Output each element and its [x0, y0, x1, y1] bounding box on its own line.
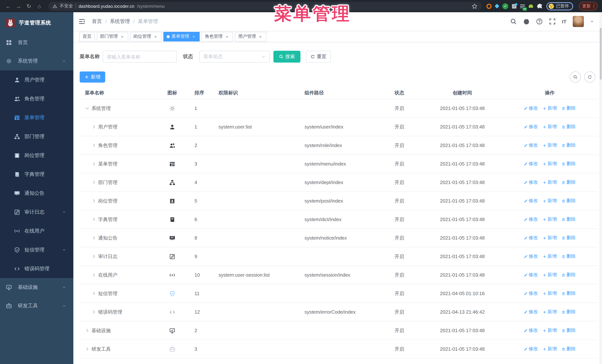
row-action-delete[interactable]: 删除: [562, 216, 576, 223]
reset-button[interactable]: 重置: [306, 51, 331, 62]
row-action-delete[interactable]: 删除: [562, 253, 576, 260]
expand-caret-right-icon[interactable]: [92, 291, 96, 296]
add-button[interactable]: 新增: [80, 72, 105, 83]
tab-close-icon[interactable]: ×: [225, 34, 230, 39]
user-avatar[interactable]: [573, 16, 584, 27]
expand-caret-right-icon[interactable]: [85, 347, 90, 351]
hamburger-icon[interactable]: [78, 18, 85, 25]
row-action-add[interactable]: 新增: [543, 253, 557, 260]
row-action-add[interactable]: 新增: [543, 346, 557, 352]
page-tab[interactable]: 部门管理×: [97, 32, 128, 41]
browser-address-bar[interactable]: 不安全 dashboard.yudao.iocoder.cn/system/me…: [48, 2, 482, 10]
row-action-edit[interactable]: 修改: [524, 216, 538, 223]
row-action-delete[interactable]: 删除: [562, 272, 576, 278]
page-scrollbar[interactable]: [599, 12, 602, 364]
expand-caret-right-icon[interactable]: [92, 217, 96, 222]
expand-caret-right-icon[interactable]: [92, 198, 96, 203]
sidebar-item[interactable]: 角色管理: [0, 89, 73, 108]
profile-paused-badge[interactable]: 已暂停: [547, 2, 573, 10]
row-action-edit[interactable]: 修改: [524, 198, 538, 204]
row-action-add[interactable]: 新增: [543, 235, 557, 241]
expand-caret-right-icon[interactable]: [92, 143, 96, 148]
expand-caret-right-icon[interactable]: [92, 272, 96, 277]
sidebar-item[interactable]: 字典管理: [0, 165, 73, 184]
expand-caret-right-icon[interactable]: [92, 180, 96, 185]
sidebar-item[interactable]: 在线用户: [0, 221, 73, 240]
row-action-add[interactable]: 新增: [543, 272, 557, 278]
search-button[interactable]: 搜索: [273, 51, 301, 62]
page-tab[interactable]: 角色管理×: [202, 32, 233, 41]
sidebar-item[interactable]: 错误码管理: [0, 259, 73, 278]
row-action-edit[interactable]: 修改: [524, 105, 538, 112]
row-action-delete[interactable]: 删除: [562, 179, 576, 186]
row-action-edit[interactable]: 修改: [524, 179, 538, 186]
search-icon[interactable]: [510, 18, 516, 25]
row-action-delete[interactable]: 删除: [562, 124, 576, 130]
row-action-delete[interactable]: 删除: [562, 327, 576, 334]
breadcrumb-item[interactable]: 菜单管理: [138, 18, 158, 25]
scrollbar-thumb[interactable]: [600, 28, 602, 80]
row-action-add[interactable]: 新增: [543, 198, 557, 204]
github-icon[interactable]: [523, 18, 530, 25]
row-action-delete[interactable]: 删除: [562, 235, 576, 241]
sidebar-item[interactable]: 短信管理: [0, 240, 73, 259]
browser-reload-icon[interactable]: ↻: [24, 3, 33, 10]
expand-caret-right-icon[interactable]: [92, 254, 96, 259]
row-action-add[interactable]: 新增: [543, 290, 557, 297]
row-action-add[interactable]: 新增: [543, 216, 557, 223]
font-size-icon[interactable]: tT: [562, 19, 566, 24]
sidebar-item[interactable]: 菜单管理: [0, 108, 73, 127]
sidebar-item[interactable]: 审计日志: [0, 203, 73, 221]
sidebar-item[interactable]: 系统管理: [0, 52, 73, 70]
row-action-edit[interactable]: 修改: [524, 235, 538, 241]
sidebar-item[interactable]: 用户管理: [0, 70, 73, 89]
page-tab[interactable]: 岗位管理×: [130, 32, 161, 41]
help-icon[interactable]: [536, 18, 543, 25]
browser-home-icon[interactable]: ⌂: [35, 3, 44, 9]
extension-gem-icon[interactable]: [494, 4, 499, 8]
sidebar-item[interactable]: 岗位管理: [0, 146, 73, 165]
page-tab[interactable]: 首页: [79, 32, 95, 41]
fullscreen-icon[interactable]: [549, 18, 556, 25]
browser-back-icon[interactable]: ←: [4, 3, 13, 9]
row-action-add[interactable]: 新增: [543, 142, 557, 148]
browser-update-button[interactable]: 更新: [579, 2, 598, 10]
expand-caret-right-icon[interactable]: [92, 161, 96, 166]
expand-caret-down-icon[interactable]: [85, 106, 90, 111]
row-action-delete[interactable]: 删除: [562, 346, 576, 352]
row-action-edit[interactable]: 修改: [524, 142, 538, 148]
expand-caret-right-icon[interactable]: [92, 236, 96, 240]
expand-caret-right-icon[interactable]: [85, 328, 90, 333]
sidebar-item[interactable]: 通知公告: [0, 184, 73, 203]
row-action-edit[interactable]: 修改: [524, 253, 538, 260]
row-action-edit[interactable]: 修改: [524, 346, 538, 352]
row-action-delete[interactable]: 删除: [562, 142, 576, 148]
row-action-delete[interactable]: 删除: [562, 309, 576, 315]
row-action-add[interactable]: 新增: [543, 105, 557, 112]
app-logo[interactable]: 芋道管理系统: [0, 12, 73, 33]
breadcrumb-item[interactable]: 首页: [92, 18, 102, 25]
row-action-edit[interactable]: 修改: [524, 290, 538, 297]
security-warning-label[interactable]: 不安全: [60, 3, 73, 9]
row-action-delete[interactable]: 删除: [562, 290, 576, 297]
browser-forward-icon[interactable]: →: [14, 3, 23, 9]
row-action-add[interactable]: 新增: [543, 161, 557, 167]
row-action-edit[interactable]: 修改: [524, 309, 538, 315]
row-action-add[interactable]: 新增: [543, 179, 557, 186]
browser-menu-icon[interactable]: [593, 4, 594, 8]
tab-close-icon[interactable]: ×: [120, 34, 125, 39]
row-action-edit[interactable]: 修改: [524, 327, 538, 334]
tab-close-icon[interactable]: ×: [153, 34, 158, 39]
sidebar-item[interactable]: 研发工具: [0, 297, 73, 315]
tab-close-icon[interactable]: ×: [191, 34, 196, 39]
row-action-delete[interactable]: 删除: [562, 161, 576, 167]
expand-caret-right-icon[interactable]: [92, 125, 96, 129]
menu-name-input[interactable]: [103, 51, 177, 62]
row-action-add[interactable]: 新增: [543, 327, 557, 334]
extension-android-icon[interactable]: [529, 4, 533, 8]
chevron-down-icon[interactable]: [590, 20, 594, 23]
sidebar-item[interactable]: 部门管理: [0, 127, 73, 146]
row-action-delete[interactable]: 删除: [562, 198, 576, 204]
row-action-add[interactable]: 新增: [543, 124, 557, 130]
page-tab[interactable]: 用户管理×: [235, 32, 266, 41]
